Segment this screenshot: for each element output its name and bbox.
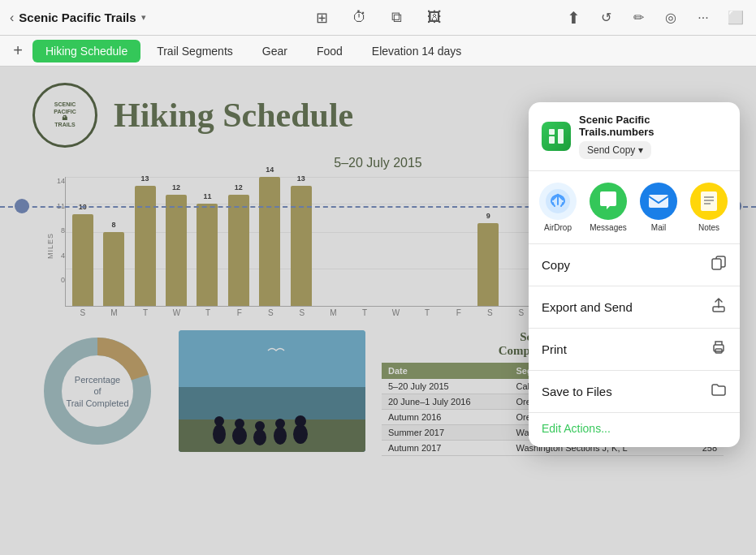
- numbers-app-icon: [542, 122, 571, 151]
- save-files-menu-item[interactable]: Save to Files: [529, 371, 740, 413]
- svg-rect-28: [712, 259, 721, 269]
- copy-label: Copy: [542, 258, 570, 272]
- tab-gear[interactable]: Gear: [249, 40, 300, 62]
- copy-icon: [711, 255, 727, 275]
- notes-label: Notes: [698, 223, 719, 232]
- toolbar: ‹ Scenic Pacific Trails ▾ ⊞ ⏱ ⧉ 🖼 ⬆ ↺ ✏ …: [0, 0, 756, 36]
- undo-icon[interactable]: ↺: [595, 7, 616, 28]
- share-more[interactable]: Fr...: [738, 183, 740, 232]
- export-send-menu-item[interactable]: Export and Send: [529, 286, 740, 329]
- notes-icon: [690, 183, 728, 220]
- layers-icon[interactable]: ⧉: [387, 7, 408, 28]
- toolbar-right: ⬆ ↺ ✏ ◎ ··· ⬜: [563, 7, 746, 28]
- comment-icon[interactable]: ◎: [660, 7, 681, 28]
- share-airdrop[interactable]: AirDrop: [537, 183, 579, 232]
- svg-rect-17: [558, 129, 564, 144]
- airdrop-label: AirDrop: [544, 223, 572, 232]
- share-messages[interactable]: Messages: [587, 183, 629, 232]
- share-notes[interactable]: Notes: [688, 183, 730, 232]
- tab-food[interactable]: Food: [304, 40, 356, 62]
- print-icon: [711, 339, 727, 359]
- airdrop-icon: [539, 183, 577, 220]
- edit-actions: Edit Actions...: [529, 413, 740, 447]
- svg-rect-19: [649, 195, 668, 208]
- title-chevron[interactable]: ▾: [141, 12, 146, 23]
- tab-elevation[interactable]: Elevation 14 days: [359, 40, 475, 62]
- share-popup: Scenic Pacific Trails.numbers Send Copy …: [529, 102, 740, 447]
- copy-menu-item[interactable]: Copy: [529, 244, 740, 286]
- export-send-label: Export and Send: [542, 300, 633, 314]
- edit-actions-link[interactable]: Edit Actions...: [542, 422, 611, 435]
- mail-label: Mail: [651, 223, 666, 232]
- save-files-label: Save to Files: [542, 385, 612, 398]
- image-icon[interactable]: 🖼: [424, 7, 445, 28]
- tab-trail-segments[interactable]: Trail Segments: [144, 40, 246, 62]
- share-mail[interactable]: Mail: [637, 183, 680, 232]
- sheets-icon[interactable]: ⬜: [725, 7, 746, 28]
- popup-header-info: Scenic Pacific Trails.numbers Send Copy …: [579, 114, 727, 159]
- print-label: Print: [542, 342, 567, 356]
- tab-hiking-schedule[interactable]: Hiking Schedule: [32, 40, 140, 62]
- share-apps-row: AirDrop Messages Mail: [529, 171, 740, 244]
- toolbar-center: ⊞ ⏱ ⧉ 🖼: [312, 7, 445, 28]
- popup-header: Scenic Pacific Trails.numbers Send Copy …: [529, 102, 740, 171]
- table-icon[interactable]: ⊞: [312, 7, 333, 28]
- popup-filename: Scenic Pacific Trails.numbers: [579, 114, 727, 138]
- svg-rect-20: [701, 191, 717, 211]
- messages-label: Messages: [590, 223, 627, 232]
- more-icon[interactable]: ···: [693, 7, 714, 28]
- back-icon[interactable]: ‹: [10, 11, 14, 25]
- add-tab-button[interactable]: +: [6, 40, 29, 62]
- svg-rect-16: [549, 136, 555, 144]
- draw-icon[interactable]: ✏: [628, 7, 649, 28]
- messages-icon: [590, 183, 627, 220]
- folder-icon: [711, 381, 727, 402]
- print-menu-item[interactable]: Print: [529, 329, 740, 371]
- app-title: Scenic Pacific Trails: [19, 11, 136, 24]
- share-icon[interactable]: ⬆: [563, 7, 584, 28]
- toolbar-left: ‹ Scenic Pacific Trails ▾: [10, 11, 556, 25]
- mail-icon: [640, 183, 677, 220]
- export-icon: [711, 297, 727, 317]
- svg-rect-15: [549, 129, 555, 135]
- tabbar: + Hiking Schedule Trail Segments Gear Fo…: [0, 36, 756, 67]
- clock-icon[interactable]: ⏱: [349, 7, 370, 28]
- main-content: SCENIC PACIFIC 🏔 TRAILS Hiking Schedule …: [0, 67, 756, 555]
- send-copy-button[interactable]: Send Copy ▾: [579, 141, 651, 159]
